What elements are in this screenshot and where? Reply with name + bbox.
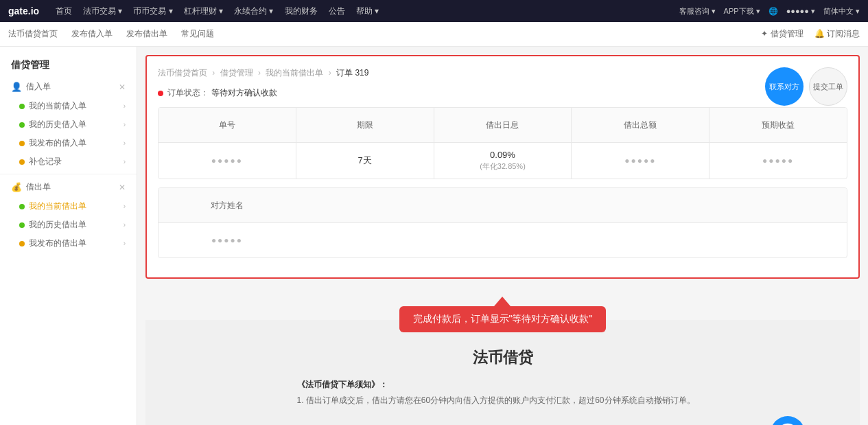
sidebar-item-current-lend[interactable]: 我的当前借出单 › [0, 197, 137, 216]
nav-finance[interactable]: 我的财务 [285, 5, 318, 17]
nav-language[interactable]: 简体中文 ▾ [823, 6, 860, 16]
subnav-loan-management[interactable]: ✦ 借贷管理 [761, 28, 803, 40]
breadcrumb-sep-1: › [212, 68, 215, 78]
cell-order-no: ●●●●● [159, 143, 296, 179]
lower-section: 法币借贷 《法币借贷下单须知》： 1. 借出订单成交后，借出方请您在60分钟内向… [145, 320, 860, 425]
notice-title: 《法币借贷下单须知》： [297, 379, 709, 391]
nav-help[interactable]: 帮助 ▾ [356, 5, 379, 17]
col-expected-return: 预期收益 [709, 108, 847, 142]
order-status: 订单状态： 等待对方确认收款 [158, 87, 847, 99]
submit-ticket-button[interactable]: 提交工单 [809, 67, 847, 106]
breadcrumb-lending-home[interactable]: 法币借贷首页 [158, 68, 207, 78]
dot-published-lend [19, 241, 25, 246]
sidebar-item-current-borrow[interactable]: 我的当前借入单 › [0, 97, 137, 115]
watermark-icon [771, 416, 805, 425]
breadcrumb-sep-2: › [258, 68, 261, 78]
nav-announcement[interactable]: 公告 [329, 5, 345, 17]
sidebar-item-published-borrow[interactable]: 我发布的借入单 › [0, 134, 137, 152]
nav-app-download[interactable]: APP下载 ▾ [724, 6, 760, 16]
status-label: 订单状态： [167, 87, 209, 99]
sidebar-item-history-borrow[interactable]: 我的历史借入单 › [0, 115, 137, 134]
subnav-faq[interactable]: 常见问题 [181, 22, 214, 46]
sidebar-item-label-current-borrow: 我的当前借入单 [29, 100, 86, 112]
table-data-row: ●●●●● 7天 0.09% (年化32.85%) ●●●●● ●●●●● [159, 143, 847, 179]
cell-expected-return: ●●●●● [709, 143, 847, 179]
sidebar-item-published-lend[interactable]: 我发布的借出单 › [0, 234, 137, 253]
arrow-current-lend: › [124, 203, 126, 210]
tooltip-text: 完成付款后，订单显示"等待对方确认收款" [399, 306, 607, 332]
lend-out-icon: 💰 [11, 182, 22, 192]
contact-button[interactable]: 联系对方 [765, 67, 804, 106]
nav-home[interactable]: 首页 [56, 5, 72, 17]
col-counterparty: 对方姓名 [159, 188, 296, 222]
breadcrumb-sep-3: › [329, 68, 331, 78]
counterparty-table: 对方姓名 ●●●●● [158, 187, 847, 258]
subnav-lending-home[interactable]: 法币借贷首页 [8, 22, 58, 46]
tooltip-arrow [494, 297, 511, 306]
breadcrumb-current-lend[interactable]: 我的当前借出单 [266, 68, 323, 78]
subnav-publish-borrow[interactable]: 发布借入单 [71, 22, 113, 46]
sidebar-item-label-published-borrow: 我发布的借入单 [29, 137, 86, 149]
main-layout: 借贷管理 👤 借入单 ✕ 我的当前借入单 › 我的历史借入单 › 我发布的借入单… [0, 47, 868, 425]
sidebar-item-margin-records[interactable]: 补仓记录 › [0, 152, 137, 171]
lend-out-toggle-icon: ✕ [119, 183, 126, 192]
watermark: 币圈子 [771, 416, 846, 425]
top-navigation: gate.io 首页 法币交易 ▾ 币币交易 ▾ 杠杆理财 ▾ 永续合约 ▾ 我… [0, 0, 868, 22]
sidebar-item-label-history-borrow: 我的历史借入单 [29, 119, 86, 130]
status-indicator [158, 91, 163, 96]
sidebar-item-label-history-lend: 我的历史借出单 [29, 219, 86, 231]
nav-fiat-trade[interactable]: 法币交易 ▾ [83, 5, 122, 17]
dot-published-borrow [19, 141, 25, 146]
lend-in-icon: 👤 [11, 82, 22, 92]
dot-current-lend [19, 204, 25, 209]
counterparty-data-row: ●●●●● [159, 223, 847, 257]
col-daily-rate: 借出日息 [434, 108, 572, 142]
arrow-published-borrow: › [124, 139, 126, 147]
cell-total-amount: ●●●●● [572, 143, 709, 179]
breadcrumb: 法币借贷首页 › 借贷管理 › 我的当前借出单 › 订单 319 [158, 67, 847, 79]
nav-user-account[interactable]: ●●●●● ▾ [786, 7, 815, 16]
content-area: 法币借贷首页 › 借贷管理 › 我的当前借出单 › 订单 319 联系对方 提交… [137, 47, 868, 425]
table-header-row: 单号 期限 借出日息 借出总额 预期收益 [159, 108, 847, 143]
arrow-published-lend: › [124, 240, 126, 247]
arrow-history-borrow: › [124, 121, 126, 128]
sidebar-item-label-current-lend: 我的当前借出单 [29, 200, 86, 212]
nav-crypto-trade[interactable]: 币币交易 ▾ [133, 5, 172, 17]
nav-customer-service[interactable]: 客服咨询 ▾ [679, 6, 716, 16]
nav-lang-globe[interactable]: 🌐 [769, 7, 778, 16]
cell-period: 7天 [296, 143, 434, 179]
dot-history-borrow [19, 122, 25, 128]
notice-text: 1. 借出订单成交后，借出方请您在60分钟内向借入方提供的账户内支付汇款，超过6… [297, 395, 709, 406]
sidebar-item-label-margin: 补仓记录 [29, 156, 62, 168]
cell-daily-rate: 0.09% (年化32.85%) [434, 143, 572, 179]
sidebar-item-history-lend[interactable]: 我的历史借出单 › [0, 216, 137, 234]
tooltip-container: 完成付款后，订单显示"等待对方确认收款" [399, 297, 607, 332]
action-buttons: 联系对方 提交工单 [765, 67, 847, 106]
breadcrumb-management[interactable]: 借贷管理 [220, 68, 253, 78]
subnav-publish-lend[interactable]: 发布借出单 [126, 22, 167, 46]
sidebar-section-lend-in[interactable]: 👤 借入单 ✕ [0, 77, 137, 97]
main-card: 法币借贷首页 › 借贷管理 › 我的当前借出单 › 订单 319 联系对方 提交… [145, 55, 860, 279]
lower-notice: 《法币借贷下单须知》： 1. 借出订单成交后，借出方请您在60分钟内向借入方提供… [297, 379, 709, 406]
col-total-amount: 借出总额 [572, 108, 709, 142]
sidebar-section-lend-out-label: 借出单 [26, 181, 51, 193]
sidebar-item-label-published-lend: 我发布的借出单 [29, 238, 86, 249]
subnav-right: ✦ 借贷管理 🔔 订阅消息 [761, 28, 860, 40]
breadcrumb-order-number: 订单 319 [336, 68, 368, 78]
sidebar-section-lend-in-label: 借入单 [26, 81, 51, 93]
site-logo[interactable]: gate.io [8, 5, 39, 16]
counterparty-header-row: 对方姓名 [159, 188, 847, 223]
order-table: 单号 期限 借出日息 借出总额 预期收益 [158, 107, 847, 179]
dot-current-borrow [19, 104, 25, 109]
sub-navigation: 法币借贷首页 发布借入单 发布借出单 常见问题 ✦ 借贷管理 🔔 订阅消息 [0, 22, 868, 47]
sidebar-section-lend-out[interactable]: 💰 借出单 ✕ [0, 177, 137, 197]
subnav-subscribe[interactable]: 🔔 订阅消息 [814, 28, 860, 40]
cell-counterparty: ●●●●● [159, 223, 296, 257]
nav-perpetual[interactable]: 永续合约 ▾ [234, 5, 273, 17]
status-value: 等待对方确认收款 [211, 87, 277, 99]
sidebar: 借贷管理 👤 借入单 ✕ 我的当前借入单 › 我的历史借入单 › 我发布的借入单… [0, 47, 137, 425]
col-order-no: 单号 [159, 108, 296, 142]
nav-leverage[interactable]: 杠杆理财 ▾ [184, 5, 223, 17]
nav-right-area: 客服咨询 ▾ APP下载 ▾ 🌐 ●●●●● ▾ 简体中文 ▾ [679, 6, 860, 16]
dot-history-lend [19, 222, 25, 228]
